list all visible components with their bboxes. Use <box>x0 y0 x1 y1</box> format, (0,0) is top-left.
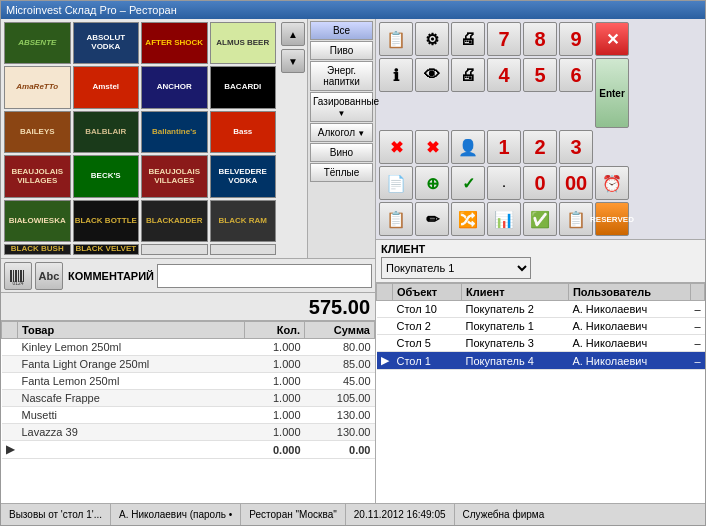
product-item-ballantines[interactable]: Ballantine's <box>141 111 208 153</box>
left-panel: ABSENTEABSOLUT VODKAAFTER SHOCKALMUS BEE… <box>1 19 376 503</box>
category-btn-sparkling[interactable]: Газированные <box>310 92 373 122</box>
order-table-row[interactable]: Kinley Lemon 250ml 1.000 80.00 <box>2 339 375 356</box>
category-btn-energy[interactable]: Энерг. напитки <box>310 61 373 91</box>
comment-label: КОММЕНТАРИЙ <box>68 270 154 282</box>
product-item-amaretto[interactable]: AmaReTTo <box>4 66 71 108</box>
scroll-up-btn[interactable]: ▲ <box>281 22 305 46</box>
cross-btn[interactable]: ✖ <box>415 130 449 164</box>
order-table-row[interactable]: Fanta Lemon 250ml 1.000 45.00 <box>2 373 375 390</box>
product-item-beaujolais1[interactable]: BEAUJOLAIS VILLAGES <box>4 155 71 197</box>
product-item-blackram[interactable]: BLACK RAM <box>210 200 277 242</box>
col-client-header: Клиент <box>462 284 569 301</box>
tables-row[interactable]: Стол 2 Покупатель 1 А. Николаевич – <box>377 318 705 335</box>
action-chart-btn[interactable]: 📊 <box>487 202 521 236</box>
tables-client: Покупатель 2 <box>462 301 569 318</box>
product-item-blackvelvet[interactable]: BLACK VELVET <box>73 244 140 255</box>
tables-client: Покупатель 3 <box>462 335 569 352</box>
tables-row[interactable]: Стол 5 Покупатель 3 А. Николаевич – <box>377 335 705 352</box>
abc-btn[interactable]: Abc <box>35 262 63 290</box>
product-item-absente[interactable]: ABSENTE <box>4 22 71 64</box>
settings-btn[interactable]: ⚙ <box>415 22 449 56</box>
category-btn-all[interactable]: Все <box>310 21 373 40</box>
product-item-beaujolais2[interactable]: BEAUJOLAIS VILLAGES <box>141 155 208 197</box>
product-item-anchor[interactable]: ANCHOR <box>141 66 208 108</box>
product-item-blackadder[interactable]: BLACKADDER <box>141 200 208 242</box>
doc-btn[interactable]: 📄 <box>379 166 413 200</box>
product-item-belvedere[interactable]: BELVEDERE VODKA <box>210 155 277 197</box>
order-table-row[interactable]: Musetti 1.000 130.00 <box>2 407 375 424</box>
product-item-almus[interactable]: ALMUS BEER <box>210 22 277 64</box>
add-btn[interactable]: ⊕ <box>415 166 449 200</box>
order-row-sum: 105.00 <box>305 390 375 407</box>
num2-btn[interactable]: 2 <box>523 130 557 164</box>
action-pen-btn[interactable]: ✏ <box>415 202 449 236</box>
dot-btn[interactable]: . <box>487 166 521 200</box>
category-btn-wine[interactable]: Вино <box>310 143 373 162</box>
action-split-btn[interactable]: 🔀 <box>451 202 485 236</box>
product-item-aftershock[interactable]: AFTER SHOCK <box>141 22 208 64</box>
order-table-row[interactable]: Fanta Light Orange 250ml 1.000 85.00 <box>2 356 375 373</box>
order-row-sum: 130.00 <box>305 407 375 424</box>
num00-btn[interactable]: 00 <box>559 166 593 200</box>
num9-btn[interactable]: 9 <box>559 22 593 56</box>
product-item-absolut[interactable]: ABSOLUT VODKA <box>73 22 140 64</box>
tables-user: А. Николаевич <box>568 318 690 335</box>
action-check-btn[interactable]: ✅ <box>523 202 557 236</box>
product-item-empty1[interactable] <box>141 244 208 255</box>
order-table-row[interactable]: Lavazza 39 1.000 130.00 <box>2 424 375 441</box>
num5-btn[interactable]: 5 <box>523 58 557 92</box>
product-item-empty2[interactable] <box>210 244 277 255</box>
numpad-row-1: 📋 ⚙ 🖨 7 8 9 ✕ <box>379 22 702 56</box>
order-row-name: Lavazza 39 <box>18 424 245 441</box>
product-item-blackbottle[interactable]: BLACK BOTTLE <box>73 200 140 242</box>
print2-btn[interactable]: 🖨 <box>451 58 485 92</box>
product-item-becks[interactable]: BECK'S <box>73 155 140 197</box>
order-row-qty: 1.000 <box>245 407 305 424</box>
client-select[interactable]: Покупатель 1Покупатель 2Покупатель 3Поку… <box>381 257 531 279</box>
num0-btn[interactable]: 0 <box>523 166 557 200</box>
product-item-baileys[interactable]: BAILEYS <box>4 111 71 153</box>
category-btn-alcohol[interactable]: Алкогол <box>310 123 373 142</box>
num6-btn[interactable]: 6 <box>559 58 593 92</box>
category-btn-hot[interactable]: Тёплые <box>310 163 373 182</box>
order-total-row: ▶ 0.000 0.00 <box>2 441 375 459</box>
product-item-balblair[interactable]: BALBLAIR <box>73 111 140 153</box>
num4-btn[interactable]: 4 <box>487 58 521 92</box>
order-row-qty: 1.000 <box>245 356 305 373</box>
num7-btn[interactable]: 7 <box>487 22 521 56</box>
num1-btn[interactable]: 1 <box>487 130 521 164</box>
tables-obj: Стол 2 <box>393 318 462 335</box>
cancel-btn[interactable]: ✕ <box>595 22 629 56</box>
product-item-bialowieska[interactable]: BIAŁOWIESKA <box>4 200 71 242</box>
action-clip-btn[interactable]: 📋 <box>559 202 593 236</box>
clock-btn[interactable]: ⏰ <box>595 166 629 200</box>
comment-input[interactable] <box>157 264 372 288</box>
info-btn[interactable]: ℹ <box>379 58 413 92</box>
reserved-btn[interactable]: RESERVED <box>595 202 629 236</box>
delete-btn[interactable]: ✖ <box>379 130 413 164</box>
numpad-area: 📋 ⚙ 🖨 7 8 9 ✕ ℹ 👁 🖨 4 5 6 Enter <box>376 19 705 240</box>
order-table: Товар Кол. Сумма Kinley Lemon 250ml 1.00… <box>1 321 375 503</box>
user-btn[interactable]: 👤 <box>451 130 485 164</box>
barcode-btn[interactable]: 0124 <box>4 262 32 290</box>
product-item-bass[interactable]: Bass <box>210 111 277 153</box>
order-row-qty: 1.000 <box>245 339 305 356</box>
notepad-btn[interactable]: 📋 <box>379 22 413 56</box>
num8-btn[interactable]: 8 <box>523 22 557 56</box>
print-btn[interactable]: 🖨 <box>451 22 485 56</box>
num3-btn[interactable]: 3 <box>559 130 593 164</box>
action-notepad-btn[interactable]: 📋 <box>379 202 413 236</box>
tables-row[interactable]: ▶ Стол 1 Покупатель 4 А. Николаевич – <box>377 352 705 370</box>
check-btn[interactable]: ✓ <box>451 166 485 200</box>
product-item-blackbush[interactable]: BLACK BUSH <box>4 244 71 255</box>
col-arrow <box>377 284 393 301</box>
product-item-amstel[interactable]: Amstel <box>73 66 140 108</box>
order-table-row[interactable]: Nascafe Frappe 1.000 105.00 <box>2 390 375 407</box>
col-action <box>690 284 704 301</box>
view-btn[interactable]: 👁 <box>415 58 449 92</box>
category-btn-beer[interactable]: Пиво <box>310 41 373 60</box>
enter-btn[interactable]: Enter <box>595 58 629 128</box>
tables-row[interactable]: Стол 10 Покупатель 2 А. Николаевич – <box>377 301 705 318</box>
scroll-down-btn[interactable]: ▼ <box>281 49 305 73</box>
product-item-bacardi[interactable]: BACARDI <box>210 66 277 108</box>
